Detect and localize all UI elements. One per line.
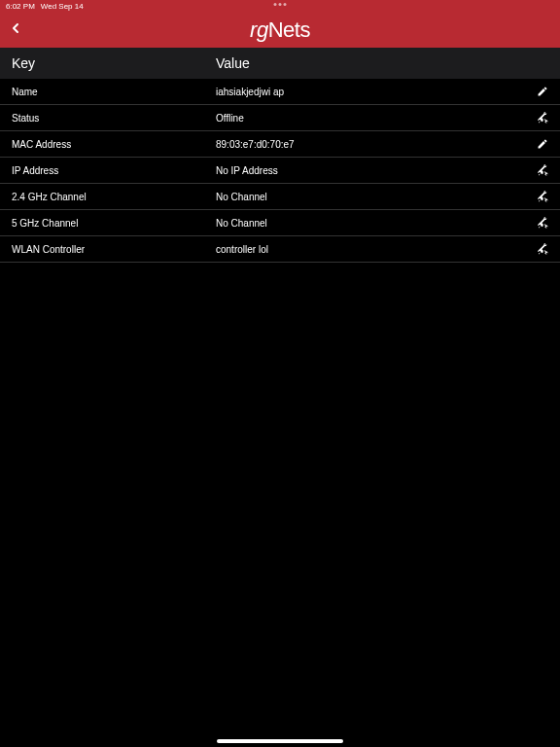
table-header: Key Value — [0, 48, 560, 79]
table-header-value: Value — [216, 55, 548, 71]
status-date: Wed Sep 14 — [41, 2, 84, 11]
row-key: MAC Address — [12, 139, 216, 150]
tools-icon[interactable] — [529, 243, 548, 255]
logo-rg: rg — [250, 18, 268, 43]
status-bar: 6:02 PM Wed Sep 14 — [0, 0, 560, 13]
table-row[interactable]: StatusOffline — [0, 105, 560, 131]
table-row[interactable]: 2.4 GHz ChannelNo Channel — [0, 184, 560, 210]
row-value: No Channel — [216, 192, 529, 202]
table-row[interactable]: MAC Address89:03:e7:d0:70:e7 — [0, 131, 560, 158]
row-value: iahsiakjedjwi ap — [216, 87, 529, 97]
row-key: IP Address — [12, 165, 216, 176]
edit-icon[interactable] — [529, 138, 548, 150]
tools-icon[interactable] — [529, 191, 548, 202]
status-time: 6:02 PM — [6, 2, 35, 11]
tools-icon[interactable] — [529, 164, 548, 176]
tools-icon[interactable] — [529, 112, 548, 124]
app-logo: rgNets — [250, 18, 310, 43]
table-row[interactable]: 5 GHz ChannelNo Channel — [0, 210, 560, 236]
home-indicator[interactable] — [217, 739, 343, 743]
table-row[interactable]: WLAN Controllercontroller lol — [0, 236, 560, 263]
edit-icon[interactable] — [529, 86, 548, 97]
logo-nets: Nets — [268, 18, 310, 43]
row-value: No Channel — [216, 218, 529, 229]
row-key: 5 GHz Channel — [12, 218, 216, 229]
row-key: Status — [12, 113, 216, 124]
app-header: rgNets — [0, 13, 560, 48]
row-key: WLAN Controller — [12, 244, 216, 255]
table-body: Nameiahsiakjedjwi apStatusOfflineMAC Add… — [0, 79, 560, 263]
table-header-key: Key — [12, 55, 216, 71]
row-key: Name — [12, 87, 216, 97]
table-row[interactable]: IP AddressNo IP Address — [0, 158, 560, 184]
row-value: controller lol — [216, 244, 529, 255]
row-value: No IP Address — [216, 165, 529, 176]
more-dots-icon — [274, 3, 287, 6]
tools-icon[interactable] — [529, 217, 548, 229]
row-value: 89:03:e7:d0:70:e7 — [216, 139, 529, 150]
back-button[interactable] — [8, 20, 23, 40]
table-row[interactable]: Nameiahsiakjedjwi ap — [0, 79, 560, 105]
row-value: Offline — [216, 113, 529, 124]
chevron-left-icon — [8, 20, 23, 36]
row-key: 2.4 GHz Channel — [12, 192, 216, 202]
